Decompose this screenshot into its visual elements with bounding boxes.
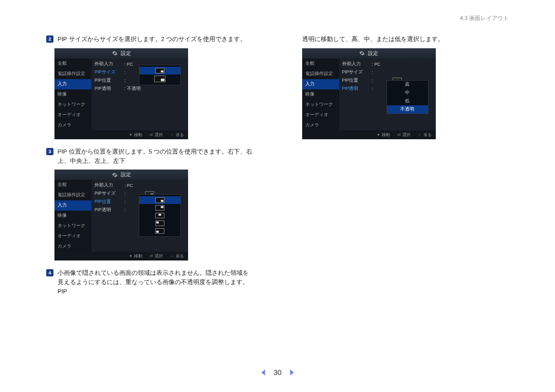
next-page-icon[interactable] — [289, 369, 295, 376]
osd-title-text: 設定 — [121, 171, 131, 178]
osd-nav: ✦ 移動 ⏎ 選択 ← 戻る — [302, 130, 436, 139]
opt-value: : — [124, 78, 125, 83]
nav-back: ← 戻る — [418, 132, 432, 138]
nav-move: ✦ 移動 — [129, 132, 142, 138]
prev-page-icon[interactable] — [260, 369, 266, 376]
cat-item[interactable]: オーディオ — [302, 110, 339, 120]
nav-select: ⏎ 選択 — [397, 132, 411, 138]
nav-select: ⏎ 選択 — [150, 253, 163, 259]
cat-item[interactable]: 全般 — [54, 59, 91, 69]
trans-option[interactable]: 高 — [387, 81, 428, 89]
step-badge: 3 — [46, 148, 53, 155]
opt-value: : — [124, 199, 125, 204]
opt-value: : — [372, 86, 373, 91]
gear-icon — [112, 172, 118, 178]
osd-title-text: 設定 — [121, 50, 131, 57]
step-badge: 2 — [46, 35, 53, 43]
cat-item[interactable]: ネットワーク — [54, 221, 91, 231]
osd-categories: 全般 電話操作設定 入力 映像 ネットワーク オーディオ カメラ — [302, 59, 339, 130]
cat-item[interactable]: カメラ — [54, 241, 91, 252]
pos-option[interactable] — [139, 212, 180, 219]
opt-label: PIP透明 — [95, 207, 124, 213]
nav-back: ← 戻る — [170, 253, 184, 259]
opt-label: 外部入力 — [95, 182, 124, 189]
size-option[interactable] — [139, 74, 180, 83]
opt-label: PIP透明 — [95, 86, 124, 92]
pos-option[interactable] — [139, 227, 180, 235]
opt-value: : — [372, 78, 373, 83]
pos-option[interactable] — [139, 196, 180, 204]
right-intro: 透明に移動して、高、中、または低を選択します。 — [302, 35, 509, 44]
right-column: 透明に移動して、高、中、または低を選択します。 設定 全般 電話操作設定 入力 … — [302, 35, 509, 301]
cat-item[interactable]: 全般 — [54, 180, 91, 190]
cat-item[interactable]: 電話操作設定 — [302, 69, 339, 79]
cat-item-active[interactable]: 入力 — [54, 200, 91, 211]
opt-label: 外部入力 — [95, 61, 124, 67]
osd-options: 外部入力: PC PIPサイズ: PIP位置: PIP透明: — [91, 180, 188, 252]
osd-options: 外部入力: PC PIPサイズ: PIP位置: PIP透明: 高 中 低 不透明 — [339, 59, 436, 130]
cat-item-active[interactable]: 入力 — [302, 79, 339, 89]
trans-option[interactable]: 中 — [387, 89, 428, 97]
page-number: 30 — [273, 368, 282, 377]
cat-item[interactable]: オーディオ — [54, 110, 91, 120]
opt-value: : PC — [124, 62, 133, 67]
osd-title: 設定 — [54, 48, 188, 59]
page: 4.3 画面レイアウト 2 PIP サイズからサイズを選択します。2 つのサイズ… — [0, 0, 555, 392]
step-text: PIP サイズからサイズを選択します。2 つのサイズを使用できます。 — [58, 35, 246, 44]
cat-item[interactable]: ネットワーク — [302, 100, 339, 110]
cat-item[interactable]: 電話操作設定 — [54, 190, 91, 200]
opt-value: : — [372, 70, 373, 75]
opt-label: PIPサイズ — [342, 69, 372, 76]
opt-label: PIPサイズ — [95, 191, 124, 197]
pos-option[interactable] — [139, 204, 180, 212]
osd-options: 外部入力: PC PIPサイズ: PIP位置: PIP透明: 不透明 — [91, 59, 188, 130]
position-picker-overlay — [139, 194, 181, 237]
osd-categories: 全般 電話操作設定 入力 映像 ネットワーク オーディオ カメラ — [54, 59, 91, 130]
cat-item[interactable]: 映像 — [54, 211, 91, 221]
opt-label-active: PIPサイズ — [95, 69, 124, 76]
trans-option-selected[interactable]: 不透明 — [387, 105, 428, 114]
content-columns: 2 PIP サイズからサイズを選択します。2 つのサイズを使用できます。 設定 … — [46, 35, 509, 301]
cat-item-active[interactable]: 入力 — [54, 79, 91, 89]
step-text: 小画像で隠されている画面の領域は表示されません。隠された領域を見えるようにするに… — [58, 269, 253, 296]
trans-option[interactable]: 低 — [387, 97, 428, 105]
step-3: 3 PIP 位置から位置を選択します。5 つの位置を使用できます。右下、右上、中… — [46, 147, 253, 166]
nav-move: ✦ 移動 — [129, 253, 142, 259]
osd-title: 設定 — [302, 48, 436, 59]
osd-pip-size: 設定 全般 電話操作設定 入力 映像 ネットワーク オーディオ カメラ 外部入力… — [54, 48, 188, 139]
left-column: 2 PIP サイズからサイズを選択します。2 つのサイズを使用できます。 設定 … — [46, 35, 253, 301]
page-navigation: 30 — [260, 368, 295, 377]
nav-move: ✦ 移動 — [377, 132, 390, 138]
step-text: PIP 位置から位置を選択します。5 つの位置を使用できます。右下、右上、中央上… — [58, 147, 253, 166]
cat-item[interactable]: カメラ — [54, 120, 91, 130]
gear-icon — [359, 50, 365, 56]
size-option[interactable] — [139, 67, 180, 74]
osd-pip-position: 設定 全般 電話操作設定 入力 映像 ネットワーク オーディオ カメラ 外部入力… — [54, 170, 188, 260]
gear-icon — [112, 50, 118, 56]
cat-item[interactable]: 全般 — [302, 59, 339, 69]
cat-item[interactable]: 映像 — [54, 89, 91, 100]
cat-item[interactable]: ネットワーク — [54, 100, 91, 110]
opt-value: : — [124, 70, 125, 75]
page-header: 4.3 画面レイアウト — [460, 14, 509, 22]
opt-value: : 不透明 — [124, 86, 141, 92]
cat-item[interactable]: オーディオ — [54, 231, 91, 241]
opt-value: : PC — [372, 62, 381, 67]
opt-label-active: PIP位置 — [95, 199, 124, 205]
osd-nav: ✦ 移動 ⏎ 選択 ← 戻る — [54, 252, 188, 260]
step-4: 4 小画像で隠されている画面の領域は表示されません。隠された領域を見えるようにす… — [46, 269, 253, 296]
nav-back: ← 戻る — [170, 132, 184, 138]
transparency-picker-overlay: 高 中 低 不透明 — [386, 80, 429, 114]
step-badge: 4 — [46, 269, 53, 276]
osd-nav: ✦ 移動 ⏎ 選択 ← 戻る — [54, 130, 188, 139]
opt-label: PIP位置 — [95, 78, 124, 84]
opt-label: 外部入力 — [342, 61, 372, 67]
osd-categories: 全般 電話操作設定 入力 映像 ネットワーク オーディオ カメラ — [54, 180, 91, 252]
opt-value: : PC — [124, 183, 133, 188]
osd-title-text: 設定 — [368, 50, 378, 57]
cat-item[interactable]: カメラ — [302, 120, 339, 130]
cat-item[interactable]: 映像 — [302, 89, 339, 100]
pos-option[interactable] — [139, 219, 180, 227]
nav-select: ⏎ 選択 — [150, 132, 163, 138]
cat-item[interactable]: 電話操作設定 — [54, 69, 91, 79]
